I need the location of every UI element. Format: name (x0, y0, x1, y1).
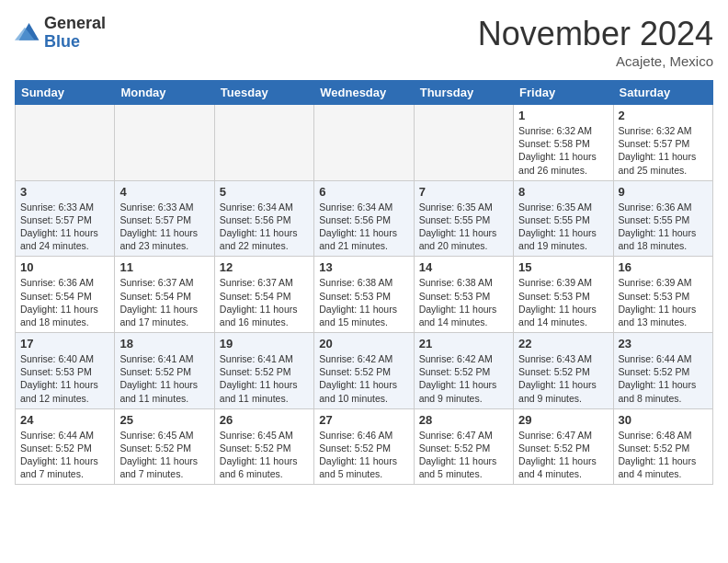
day-info: Sunrise: 6:43 AM Sunset: 5:52 PM Dayligh… (518, 352, 608, 405)
day-number: 30 (619, 413, 708, 427)
day-number: 16 (619, 260, 708, 274)
calendar-cell: 12Sunrise: 6:37 AM Sunset: 5:54 PM Dayli… (214, 257, 313, 333)
day-info: Sunrise: 6:48 AM Sunset: 5:52 PM Dayligh… (619, 429, 708, 481)
day-info: Sunrise: 6:41 AM Sunset: 5:52 PM Dayligh… (220, 352, 309, 405)
weekday-header-row: SundayMondayTuesdayWednesdayThursdayFrid… (16, 81, 713, 105)
calendar-cell: 11Sunrise: 6:37 AM Sunset: 5:54 PM Dayli… (115, 257, 214, 333)
logo-icon (15, 20, 40, 46)
day-info: Sunrise: 6:33 AM Sunset: 5:57 PM Dayligh… (119, 201, 209, 253)
calendar-cell: 7Sunrise: 6:35 AM Sunset: 5:55 PM Daylig… (414, 180, 513, 257)
calendar-cell (414, 105, 513, 181)
calendar-cell: 26Sunrise: 6:45 AM Sunset: 5:52 PM Dayli… (214, 408, 313, 485)
calendar-cell: 10Sunrise: 6:36 AM Sunset: 5:54 PM Dayli… (16, 257, 115, 333)
weekday-header-monday: Monday (115, 81, 214, 105)
day-number: 7 (419, 185, 508, 199)
logo-blue-text: Blue (44, 33, 106, 52)
weekday-header-saturday: Saturday (613, 81, 712, 105)
day-number: 3 (20, 185, 109, 199)
day-info: Sunrise: 6:39 AM Sunset: 5:53 PM Dayligh… (619, 276, 708, 328)
day-number: 20 (319, 337, 408, 350)
day-info: Sunrise: 6:44 AM Sunset: 5:52 PM Dayligh… (20, 429, 109, 481)
calendar-cell: 18Sunrise: 6:41 AM Sunset: 5:52 PM Dayli… (115, 333, 214, 409)
day-number: 22 (518, 337, 608, 350)
day-info: Sunrise: 6:37 AM Sunset: 5:54 PM Dayligh… (220, 276, 309, 328)
day-info: Sunrise: 6:42 AM Sunset: 5:52 PM Dayligh… (319, 352, 408, 405)
calendar-cell (16, 105, 115, 181)
weekday-header-tuesday: Tuesday (214, 81, 313, 105)
day-info: Sunrise: 6:34 AM Sunset: 5:56 PM Dayligh… (319, 201, 408, 253)
day-info: Sunrise: 6:39 AM Sunset: 5:53 PM Dayligh… (518, 276, 608, 328)
calendar-cell: 23Sunrise: 6:44 AM Sunset: 5:52 PM Dayli… (613, 333, 712, 409)
day-info: Sunrise: 6:45 AM Sunset: 5:52 PM Dayligh… (220, 429, 309, 481)
day-info: Sunrise: 6:36 AM Sunset: 5:55 PM Dayligh… (619, 201, 708, 253)
day-number: 4 (119, 185, 209, 199)
day-number: 25 (119, 413, 209, 427)
day-number: 15 (518, 260, 608, 274)
weekday-header-wednesday: Wednesday (314, 81, 414, 105)
day-number: 26 (220, 413, 309, 427)
day-number: 23 (619, 337, 708, 350)
day-number: 29 (518, 413, 608, 427)
page-header: General Blue November 2024 Acajete, Mexi… (15, 15, 713, 69)
day-info: Sunrise: 6:35 AM Sunset: 5:55 PM Dayligh… (419, 201, 508, 253)
day-number: 11 (119, 260, 209, 274)
day-number: 24 (20, 413, 109, 427)
day-info: Sunrise: 6:33 AM Sunset: 5:57 PM Dayligh… (20, 201, 109, 253)
day-number: 13 (319, 260, 408, 274)
title-block: November 2024 Acajete, Mexico (478, 15, 713, 69)
day-number: 5 (220, 185, 309, 199)
calendar-cell: 6Sunrise: 6:34 AM Sunset: 5:56 PM Daylig… (314, 180, 414, 257)
day-number: 12 (220, 260, 309, 274)
calendar-cell: 20Sunrise: 6:42 AM Sunset: 5:52 PM Dayli… (314, 333, 414, 409)
day-info: Sunrise: 6:47 AM Sunset: 5:52 PM Dayligh… (419, 429, 508, 481)
month-title: November 2024 (478, 15, 713, 53)
calendar-cell (115, 105, 214, 181)
day-number: 19 (220, 337, 309, 350)
calendar-cell: 24Sunrise: 6:44 AM Sunset: 5:52 PM Dayli… (16, 408, 115, 485)
day-info: Sunrise: 6:38 AM Sunset: 5:53 PM Dayligh… (419, 276, 508, 328)
calendar-cell: 25Sunrise: 6:45 AM Sunset: 5:52 PM Dayli… (115, 408, 214, 485)
day-info: Sunrise: 6:34 AM Sunset: 5:56 PM Dayligh… (220, 201, 309, 253)
calendar-cell (314, 105, 414, 181)
location-subtitle: Acajete, Mexico (478, 53, 713, 69)
calendar-cell: 5Sunrise: 6:34 AM Sunset: 5:56 PM Daylig… (214, 180, 313, 257)
calendar-cell: 29Sunrise: 6:47 AM Sunset: 5:52 PM Dayli… (514, 408, 613, 485)
logo-general-text: General (44, 15, 106, 33)
calendar-cell: 9Sunrise: 6:36 AM Sunset: 5:55 PM Daylig… (613, 180, 712, 257)
day-number: 10 (20, 260, 109, 274)
day-info: Sunrise: 6:36 AM Sunset: 5:54 PM Dayligh… (20, 276, 109, 328)
day-info: Sunrise: 6:37 AM Sunset: 5:54 PM Dayligh… (119, 276, 209, 328)
calendar-cell: 14Sunrise: 6:38 AM Sunset: 5:53 PM Dayli… (414, 257, 513, 333)
day-info: Sunrise: 6:32 AM Sunset: 5:58 PM Dayligh… (518, 124, 608, 177)
calendar-cell: 3Sunrise: 6:33 AM Sunset: 5:57 PM Daylig… (16, 180, 115, 257)
day-number: 2 (619, 109, 708, 122)
day-number: 6 (319, 185, 408, 199)
calendar-week-row: 10Sunrise: 6:36 AM Sunset: 5:54 PM Dayli… (16, 257, 713, 333)
day-info: Sunrise: 6:38 AM Sunset: 5:53 PM Dayligh… (319, 276, 408, 328)
calendar-cell: 27Sunrise: 6:46 AM Sunset: 5:52 PM Dayli… (314, 408, 414, 485)
calendar-week-row: 1Sunrise: 6:32 AM Sunset: 5:58 PM Daylig… (16, 105, 713, 181)
day-number: 14 (419, 260, 508, 274)
calendar-cell: 8Sunrise: 6:35 AM Sunset: 5:55 PM Daylig… (514, 180, 613, 257)
calendar-cell: 28Sunrise: 6:47 AM Sunset: 5:52 PM Dayli… (414, 408, 513, 485)
logo: General Blue (15, 15, 106, 52)
calendar-cell: 30Sunrise: 6:48 AM Sunset: 5:52 PM Dayli… (613, 408, 712, 485)
day-number: 1 (518, 109, 608, 122)
calendar-week-row: 24Sunrise: 6:44 AM Sunset: 5:52 PM Dayli… (16, 408, 713, 485)
calendar-cell: 22Sunrise: 6:43 AM Sunset: 5:52 PM Dayli… (514, 333, 613, 409)
day-info: Sunrise: 6:46 AM Sunset: 5:52 PM Dayligh… (319, 429, 408, 481)
calendar-cell: 13Sunrise: 6:38 AM Sunset: 5:53 PM Dayli… (314, 257, 414, 333)
day-number: 21 (419, 337, 508, 350)
calendar-week-row: 17Sunrise: 6:40 AM Sunset: 5:53 PM Dayli… (16, 333, 713, 409)
calendar-cell: 1Sunrise: 6:32 AM Sunset: 5:58 PM Daylig… (514, 105, 613, 181)
day-info: Sunrise: 6:41 AM Sunset: 5:52 PM Dayligh… (119, 352, 209, 405)
day-info: Sunrise: 6:42 AM Sunset: 5:52 PM Dayligh… (419, 352, 508, 405)
calendar-cell: 2Sunrise: 6:32 AM Sunset: 5:57 PM Daylig… (613, 105, 712, 181)
day-number: 8 (518, 185, 608, 199)
calendar-cell: 4Sunrise: 6:33 AM Sunset: 5:57 PM Daylig… (115, 180, 214, 257)
day-info: Sunrise: 6:40 AM Sunset: 5:53 PM Dayligh… (20, 352, 109, 405)
calendar-cell: 16Sunrise: 6:39 AM Sunset: 5:53 PM Dayli… (613, 257, 712, 333)
calendar-cell (214, 105, 313, 181)
day-info: Sunrise: 6:32 AM Sunset: 5:57 PM Dayligh… (619, 124, 708, 177)
calendar-cell: 17Sunrise: 6:40 AM Sunset: 5:53 PM Dayli… (16, 333, 115, 409)
